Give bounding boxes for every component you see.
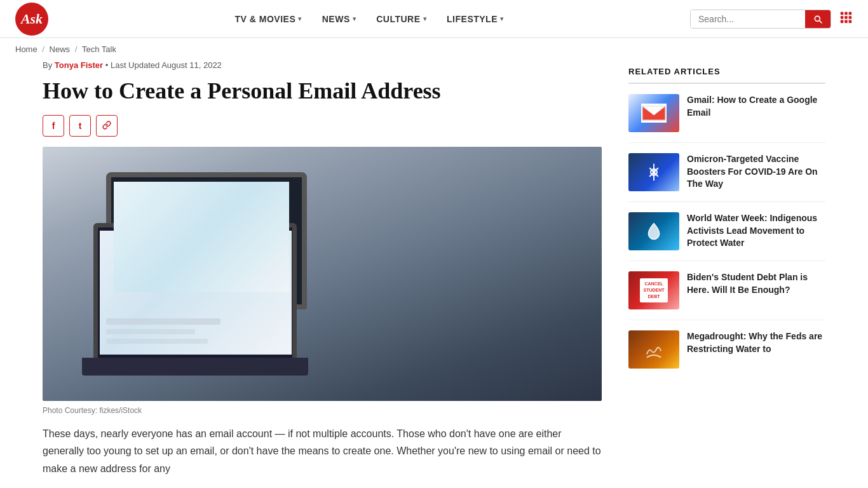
related-article-thumbnail: CANCELSTUDENTDEBT	[628, 271, 679, 309]
related-article-title: Gmail: How to Create a Google Email	[687, 94, 825, 132]
search-box	[690, 10, 831, 29]
svg-point-12	[651, 169, 657, 175]
nav-label-tv-movies: TV & MOVIES	[234, 14, 295, 24]
svg-rect-4	[844, 16, 848, 19]
image-caption: Photo Courtesy: fizkes/iStock	[43, 406, 603, 415]
chevron-down-icon: ▾	[353, 15, 356, 22]
breadcrumb-news[interactable]: News	[50, 44, 71, 54]
svg-rect-7	[844, 20, 848, 24]
drought-thumbnail	[628, 330, 679, 369]
related-article-title: Megadrought: Why the Feds are Restrictin…	[687, 330, 825, 369]
nav-item-lifestyle[interactable]: LIFESTYLE ▾	[447, 14, 503, 24]
article-area: By Tonya Fister • Last Updated August 11…	[43, 60, 603, 477]
article-author[interactable]: Tonya Fister	[55, 60, 103, 70]
sidebar: RELATED ARTICLES Gmail: How to Create a …	[628, 60, 825, 477]
related-article-item[interactable]: Megadrought: Why the Feds are Restrictin…	[628, 330, 825, 379]
debt-thumbnail: CANCELSTUDENTDEBT	[628, 271, 679, 309]
chevron-down-icon: ▾	[500, 15, 504, 22]
related-article-item[interactable]: CANCELSTUDENTDEBT Biden's Student Debt P…	[628, 271, 825, 320]
water-thumbnail	[628, 212, 679, 250]
related-article-title: World Water Week: Indigenous Activists L…	[687, 212, 825, 250]
chevron-down-icon: ▾	[298, 15, 302, 22]
logo-text: Ask	[21, 11, 43, 27]
nav-item-culture[interactable]: CULTURE ▾	[376, 14, 426, 24]
site-logo[interactable]: Ask	[15, 3, 48, 36]
date-prefix: • Last Updated	[103, 60, 161, 70]
related-articles-heading: RELATED ARTICLES	[628, 67, 825, 84]
vaccine-thumbnail	[628, 153, 679, 191]
breadcrumb-tech-talk[interactable]: Tech Talk	[82, 44, 116, 54]
article-body-text: These days, nearly everyone has an email…	[43, 425, 603, 477]
facebook-share-button[interactable]: f	[43, 115, 64, 137]
main-nav: TV & MOVIES ▾ NEWS ▾ CULTURE ▾ LIFESTYLE…	[48, 14, 690, 24]
site-header: Ask TV & MOVIES ▾ NEWS ▾ CULTURE ▾ LIFES…	[0, 0, 868, 38]
main-layout: By Tonya Fister • Last Updated August 11…	[27, 60, 841, 477]
related-article-title: Omicron-Targeted Vaccine Boosters For CO…	[687, 153, 825, 191]
article-body: These days, nearly everyone has an email…	[43, 425, 603, 477]
breadcrumb: Home / News / Tech Talk	[0, 38, 868, 60]
chevron-down-icon: ▾	[423, 15, 427, 22]
search-icon	[813, 14, 823, 24]
author-prefix: By	[43, 60, 55, 70]
svg-rect-3	[841, 16, 844, 19]
breadcrumb-separator-2: /	[75, 44, 79, 54]
header-right	[690, 10, 853, 29]
related-article-title: Biden's Student Debt Plan is Here. Will …	[687, 271, 825, 309]
svg-rect-0	[841, 12, 844, 15]
nav-label-news: NEWS	[322, 14, 350, 24]
share-buttons: f t	[43, 115, 603, 137]
nav-item-news[interactable]: NEWS ▾	[322, 14, 356, 24]
svg-rect-6	[841, 20, 844, 24]
twitter-icon: t	[79, 121, 82, 131]
link-icon	[102, 121, 111, 132]
svg-rect-2	[849, 12, 852, 15]
facebook-icon: f	[52, 121, 55, 131]
related-article-thumbnail	[628, 153, 679, 191]
twitter-share-button[interactable]: t	[69, 115, 91, 137]
article-title: How to Create a Personal Email Address	[43, 78, 603, 105]
gmail-thumbnail	[628, 94, 679, 132]
breadcrumb-home[interactable]: Home	[15, 44, 37, 54]
nav-label-lifestyle: LIFESTYLE	[447, 14, 498, 24]
related-article-thumbnail	[628, 330, 679, 369]
apps-icon	[839, 10, 853, 24]
grid-menu-icon[interactable]	[839, 10, 853, 27]
search-input[interactable]	[691, 10, 805, 28]
related-article-thumbnail	[628, 94, 679, 132]
nav-label-culture: CULTURE	[376, 14, 420, 24]
article-image-container	[43, 147, 603, 401]
article-hero-image	[43, 147, 602, 401]
search-button[interactable]	[805, 10, 831, 28]
logo-area[interactable]: Ask	[15, 3, 48, 36]
breadcrumb-separator-1: /	[42, 44, 46, 54]
nav-item-tv-movies[interactable]: TV & MOVIES ▾	[234, 14, 301, 24]
svg-rect-8	[849, 20, 852, 24]
svg-rect-1	[844, 12, 848, 15]
related-article-item[interactable]: Omicron-Targeted Vaccine Boosters For CO…	[628, 153, 825, 202]
related-article-item[interactable]: Gmail: How to Create a Google Email	[628, 94, 825, 143]
related-article-item[interactable]: World Water Week: Indigenous Activists L…	[628, 212, 825, 261]
article-date: August 11, 2022	[161, 60, 222, 70]
related-article-thumbnail	[628, 212, 679, 250]
copy-link-button[interactable]	[96, 115, 118, 137]
article-meta: By Tonya Fister • Last Updated August 11…	[43, 60, 603, 70]
svg-rect-5	[849, 16, 852, 19]
